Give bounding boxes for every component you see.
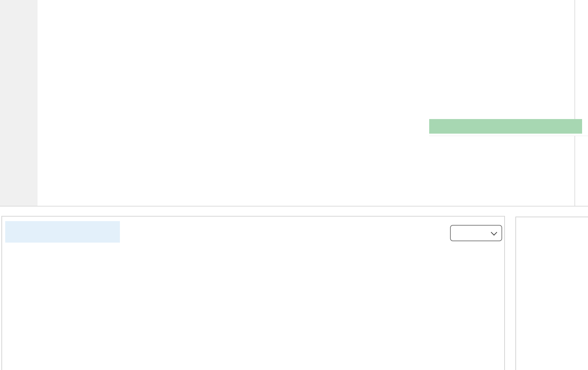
chevron-down-icon: [491, 229, 497, 235]
tab-call-tree[interactable]: [5, 221, 120, 243]
side-panel-empty: [515, 217, 588, 370]
app-window: [0, 0, 588, 370]
editor-right-divider: [574, 0, 575, 206]
entrypoint-select[interactable]: [450, 225, 502, 241]
value-inspector-popup: [429, 119, 588, 136]
call-tree-panel: [1, 216, 505, 370]
line-number-gutter: [0, 0, 38, 206]
result-value-header[interactable]: [429, 119, 582, 134]
code-editor[interactable]: [0, 0, 588, 207]
